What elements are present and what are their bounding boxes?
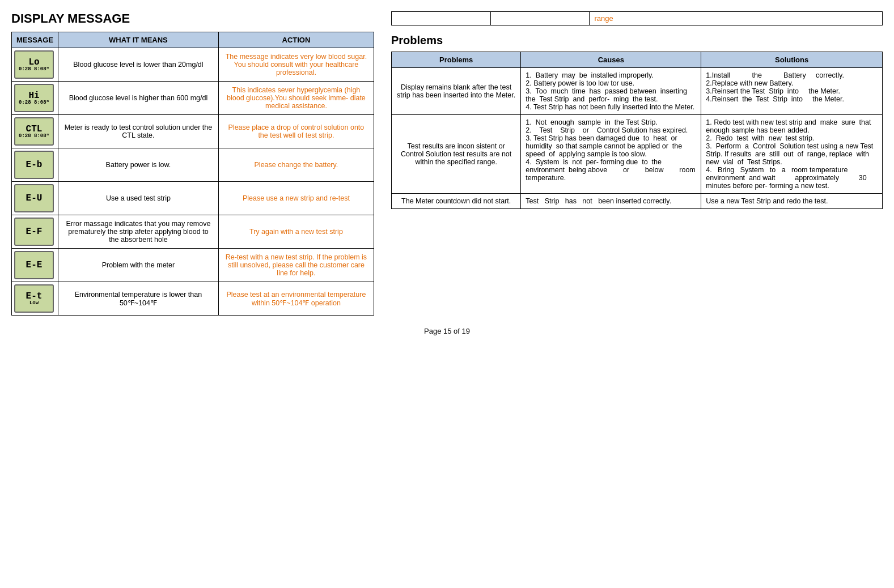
action-cell-1: This indicates sever hyperglycemia (high… — [218, 82, 374, 115]
lcd-sub-0: 0:28 8:08ᵐ — [19, 67, 49, 72]
lcd-sub-2: 0:28 8:08ᵐ — [19, 134, 49, 139]
col-header-what: WHAT IT MEANS — [58, 32, 219, 48]
action-cell-7: Please test at an environmental temperat… — [218, 282, 374, 316]
lcd-sub-7: Low — [29, 301, 39, 306]
problems-table-row: Test results are incon sistent or Contro… — [392, 115, 883, 194]
problem-cell-1: Test results are incon sistent or Contro… — [392, 115, 521, 194]
what-it-means-cell-1: Blood glucose level is higher than 600 m… — [58, 82, 219, 115]
problems-header-solutions: Solutions — [701, 52, 883, 68]
what-it-means-cell-6: Problem with the meter — [58, 249, 219, 282]
problems-table-row: The Meter countdown did not start.Test S… — [392, 194, 883, 209]
lcd-sub-1: 0:28 8:08ᵐ — [19, 100, 49, 105]
top-col2 — [490, 12, 590, 25]
what-it-means-cell-2: Meter is ready to test control solution … — [58, 115, 219, 148]
lcd-text-4: E-U — [26, 194, 43, 203]
lcd-cell-7: E-tLow — [12, 282, 58, 316]
top-col1 — [392, 12, 491, 25]
causes-cell-2: Test Strip has not been inserted correct… — [521, 194, 701, 209]
display-table-row: Lo0:28 8:08ᵐBlood glucose level is lower… — [12, 48, 374, 82]
action-cell-6: Re-test with a new test strip. If the pr… — [218, 249, 374, 282]
what-it-means-cell-5: Error massage indicates that you may rem… — [58, 215, 219, 249]
problems-header-causes: Causes — [521, 52, 701, 68]
lcd-text-6: E-E — [26, 261, 43, 270]
what-it-means-cell-4: Use a used test strip — [58, 182, 219, 215]
display-table-row: CTL0:28 8:08ᵐMeter is ready to test cont… — [12, 115, 374, 148]
problem-cell-0: Display remains blank after the test str… — [392, 68, 521, 115]
lcd-text-2: CTL — [26, 125, 43, 134]
lcd-cell-4: E-U — [12, 182, 58, 215]
display-table-row: E-bBattery power is low.Please change th… — [12, 148, 374, 182]
lcd-cell-1: Hi0:28 8:08ᵐ — [12, 82, 58, 115]
display-message-title: DISPLAY MESSAGE — [11, 11, 374, 26]
action-cell-3: Please change the battery. — [218, 148, 374, 182]
action-cell-2: Please place a drop of control solution … — [218, 115, 374, 148]
action-cell-0: The message indicates very low blood sug… — [218, 48, 374, 82]
lcd-text-7: E-t — [26, 292, 43, 301]
problems-table: Problems Causes Solutions Display remain… — [391, 52, 883, 209]
left-section: DISPLAY MESSAGE MESSAGE WHAT IT MEANS AC… — [11, 11, 374, 316]
problem-cell-2: The Meter countdown did not start. — [392, 194, 521, 209]
lcd-cell-6: E-E — [12, 249, 58, 282]
col-header-action: ACTION — [218, 32, 374, 48]
action-cell-4: Please use a new strip and re-test — [218, 182, 374, 215]
problems-table-row: Display remains blank after the test str… — [392, 68, 883, 115]
what-it-means-cell-3: Battery power is low. — [58, 148, 219, 182]
lcd-text-3: E-b — [26, 160, 43, 169]
col-header-message: MESSAGE — [12, 32, 58, 48]
solutions-cell-0: 1.Install the Battery correctly. 2.Repla… — [701, 68, 883, 115]
right-section: range Problems Problems Causes Solutions… — [391, 11, 883, 209]
what-it-means-cell-7: Environmental temperature is lower than … — [58, 282, 219, 316]
display-table-row: E-tLowEnvironmental temperature is lower… — [12, 282, 374, 316]
display-table-row: E-EProblem with the meterRe-test with a … — [12, 249, 374, 282]
top-partial-table: range — [391, 11, 883, 25]
solutions-cell-2: Use a new Test Strip and redo the test. — [701, 194, 883, 209]
lcd-cell-0: Lo0:28 8:08ᵐ — [12, 48, 58, 82]
problems-title: Problems — [391, 34, 883, 47]
display-table-row: E-UUse a used test stripPlease use a new… — [12, 182, 374, 215]
causes-cell-0: 1. Battery may be installed improperly. … — [521, 68, 701, 115]
lcd-cell-2: CTL0:28 8:08ᵐ — [12, 115, 58, 148]
display-table-row: Hi0:28 8:08ᵐBlood glucose level is highe… — [12, 82, 374, 115]
lcd-cell-5: E-F — [12, 215, 58, 249]
page-footer: Page 15 of 19 — [11, 327, 883, 335]
what-it-means-cell-0: Blood glucose level is lower than 20mg/d… — [58, 48, 219, 82]
lcd-text-0: Lo — [28, 58, 39, 67]
display-message-table: MESSAGE WHAT IT MEANS ACTION Lo0:28 8:08… — [11, 32, 374, 316]
top-col3-range: range — [590, 12, 883, 25]
lcd-cell-3: E-b — [12, 148, 58, 182]
display-table-row: E-FError massage indicates that you may … — [12, 215, 374, 249]
problems-header-problem: Problems — [392, 52, 521, 68]
page-number: Page 15 of 19 — [424, 327, 470, 335]
page-container: DISPLAY MESSAGE MESSAGE WHAT IT MEANS AC… — [11, 11, 883, 316]
action-cell-5: Try again with a new test strip — [218, 215, 374, 249]
solutions-cell-1: 1. Redo test with new test strip and mak… — [701, 115, 883, 194]
causes-cell-1: 1. Not enough sample in the Test Strip. … — [521, 115, 701, 194]
lcd-text-1: Hi — [28, 91, 39, 100]
lcd-text-5: E-F — [26, 227, 43, 236]
